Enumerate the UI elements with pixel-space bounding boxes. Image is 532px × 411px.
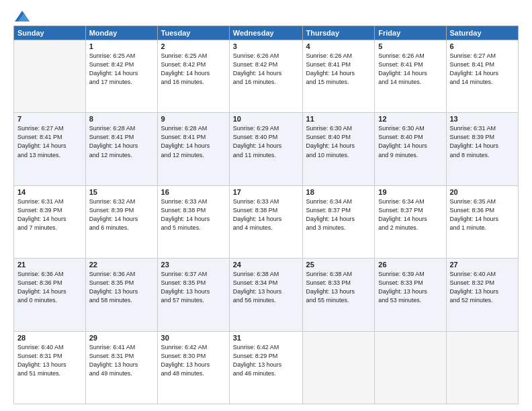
calendar-cell: 5Sunrise: 6:26 AM Sunset: 8:41 PM Daylig… [375, 40, 446, 113]
day-info: Sunrise: 6:38 AM Sunset: 8:33 PM Dayligh… [306, 270, 371, 305]
day-number: 14 [17, 188, 82, 196]
calendar-cell: 2Sunrise: 6:25 AM Sunset: 8:42 PM Daylig… [157, 40, 229, 113]
calendar-cell: 23Sunrise: 6:37 AM Sunset: 8:35 PM Dayli… [157, 259, 229, 331]
day-number: 25 [306, 261, 371, 269]
calendar-cell: 19Sunrise: 6:34 AM Sunset: 8:37 PM Dayli… [375, 185, 446, 258]
day-info: Sunrise: 6:31 AM Sunset: 8:39 PM Dayligh… [17, 197, 82, 232]
calendar-cell: 8Sunrise: 6:28 AM Sunset: 8:41 PM Daylig… [85, 113, 157, 185]
calendar-cell: 27Sunrise: 6:40 AM Sunset: 8:32 PM Dayli… [446, 259, 519, 331]
day-info: Sunrise: 6:34 AM Sunset: 8:37 PM Dayligh… [306, 197, 371, 232]
calendar-cell: 22Sunrise: 6:36 AM Sunset: 8:35 PM Dayli… [85, 259, 157, 331]
day-info: Sunrise: 6:38 AM Sunset: 8:34 PM Dayligh… [233, 270, 299, 305]
day-info: Sunrise: 6:39 AM Sunset: 8:33 PM Dayligh… [378, 270, 442, 305]
day-info: Sunrise: 6:35 AM Sunset: 8:36 PM Dayligh… [450, 197, 515, 232]
day-number: 7 [17, 115, 82, 123]
day-info: Sunrise: 6:26 AM Sunset: 8:41 PM Dayligh… [378, 52, 442, 87]
day-info: Sunrise: 6:42 AM Sunset: 8:30 PM Dayligh… [161, 343, 226, 378]
day-info: Sunrise: 6:33 AM Sunset: 8:38 PM Dayligh… [233, 197, 299, 232]
calendar-cell: 31Sunrise: 6:42 AM Sunset: 8:29 PM Dayli… [229, 331, 302, 404]
day-number: 15 [89, 188, 154, 196]
day-number: 23 [161, 261, 226, 269]
calendar-cell: 28Sunrise: 6:40 AM Sunset: 8:31 PM Dayli… [14, 331, 86, 404]
column-header-saturday: Saturday [446, 26, 519, 40]
day-number: 26 [378, 261, 442, 269]
day-info: Sunrise: 6:42 AM Sunset: 8:29 PM Dayligh… [233, 343, 299, 378]
day-info: Sunrise: 6:28 AM Sunset: 8:41 PM Dayligh… [161, 124, 226, 159]
day-number: 19 [378, 188, 442, 196]
day-number: 1 [89, 42, 154, 50]
calendar-cell: 20Sunrise: 6:35 AM Sunset: 8:36 PM Dayli… [446, 185, 519, 258]
day-number: 9 [161, 115, 226, 123]
calendar-cell: 3Sunrise: 6:26 AM Sunset: 8:42 PM Daylig… [229, 40, 302, 113]
column-header-friday: Friday [375, 26, 446, 40]
calendar-cell: 6Sunrise: 6:27 AM Sunset: 8:41 PM Daylig… [446, 40, 519, 113]
column-header-wednesday: Wednesday [229, 26, 302, 40]
calendar-cell: 21Sunrise: 6:36 AM Sunset: 8:36 PM Dayli… [14, 259, 86, 331]
calendar-cell: 7Sunrise: 6:27 AM Sunset: 8:41 PM Daylig… [14, 113, 86, 185]
calendar-week-row: 21Sunrise: 6:36 AM Sunset: 8:36 PM Dayli… [14, 259, 519, 331]
day-info: Sunrise: 6:29 AM Sunset: 8:40 PM Dayligh… [233, 124, 299, 159]
day-info: Sunrise: 6:40 AM Sunset: 8:32 PM Dayligh… [450, 270, 515, 305]
day-number: 5 [378, 42, 442, 50]
calendar-cell [14, 40, 86, 113]
day-number: 27 [450, 261, 515, 269]
calendar-cell [375, 331, 446, 404]
calendar-cell: 30Sunrise: 6:42 AM Sunset: 8:30 PM Dayli… [157, 331, 229, 404]
calendar-cell: 10Sunrise: 6:29 AM Sunset: 8:40 PM Dayli… [229, 113, 302, 185]
day-info: Sunrise: 6:30 AM Sunset: 8:40 PM Dayligh… [306, 124, 371, 159]
day-info: Sunrise: 6:33 AM Sunset: 8:38 PM Dayligh… [161, 197, 226, 232]
day-number: 13 [450, 115, 515, 123]
calendar-week-row: 7Sunrise: 6:27 AM Sunset: 8:41 PM Daylig… [14, 113, 519, 185]
day-number: 10 [233, 115, 299, 123]
calendar-cell: 24Sunrise: 6:38 AM Sunset: 8:34 PM Dayli… [229, 259, 302, 331]
day-info: Sunrise: 6:25 AM Sunset: 8:42 PM Dayligh… [89, 52, 154, 87]
day-number: 28 [17, 334, 82, 342]
day-info: Sunrise: 6:26 AM Sunset: 8:41 PM Dayligh… [306, 52, 371, 87]
calendar-cell: 17Sunrise: 6:33 AM Sunset: 8:38 PM Dayli… [229, 185, 302, 258]
calendar-cell: 26Sunrise: 6:39 AM Sunset: 8:33 PM Dayli… [375, 259, 446, 331]
day-number: 12 [378, 115, 442, 123]
day-info: Sunrise: 6:25 AM Sunset: 8:42 PM Dayligh… [161, 52, 226, 87]
calendar-cell: 9Sunrise: 6:28 AM Sunset: 8:41 PM Daylig… [157, 113, 229, 185]
day-number: 31 [233, 334, 299, 342]
calendar-cell: 25Sunrise: 6:38 AM Sunset: 8:33 PM Dayli… [302, 259, 375, 331]
calendar-cell: 12Sunrise: 6:30 AM Sunset: 8:40 PM Dayli… [375, 113, 446, 185]
day-info: Sunrise: 6:36 AM Sunset: 8:35 PM Dayligh… [89, 270, 154, 305]
calendar-cell: 15Sunrise: 6:32 AM Sunset: 8:39 PM Dayli… [85, 185, 157, 258]
calendar-cell: 13Sunrise: 6:31 AM Sunset: 8:39 PM Dayli… [446, 113, 519, 185]
day-number: 24 [233, 261, 299, 269]
day-info: Sunrise: 6:41 AM Sunset: 8:31 PM Dayligh… [89, 343, 154, 378]
day-number: 29 [89, 334, 154, 342]
day-number: 11 [306, 115, 371, 123]
calendar-cell: 16Sunrise: 6:33 AM Sunset: 8:38 PM Dayli… [157, 185, 229, 258]
calendar-cell: 18Sunrise: 6:34 AM Sunset: 8:37 PM Dayli… [302, 185, 375, 258]
day-info: Sunrise: 6:27 AM Sunset: 8:41 PM Dayligh… [17, 124, 82, 159]
calendar-cell [446, 331, 519, 404]
day-number: 4 [306, 42, 371, 50]
day-info: Sunrise: 6:37 AM Sunset: 8:35 PM Dayligh… [161, 270, 226, 305]
day-info: Sunrise: 6:30 AM Sunset: 8:40 PM Dayligh… [378, 124, 442, 159]
day-number: 17 [233, 188, 299, 196]
calendar-cell [302, 331, 375, 404]
calendar-header-row: SundayMondayTuesdayWednesdayThursdayFrid… [14, 26, 519, 40]
day-number: 8 [89, 115, 154, 123]
day-info: Sunrise: 6:34 AM Sunset: 8:37 PM Dayligh… [378, 197, 442, 232]
column-header-monday: Monday [85, 26, 157, 40]
day-number: 18 [306, 188, 371, 196]
calendar-table: SundayMondayTuesdayWednesdayThursdayFrid… [13, 26, 519, 404]
day-info: Sunrise: 6:32 AM Sunset: 8:39 PM Dayligh… [89, 197, 154, 232]
header [13, 11, 519, 21]
day-number: 2 [161, 42, 226, 50]
day-info: Sunrise: 6:28 AM Sunset: 8:41 PM Dayligh… [89, 124, 154, 159]
calendar-cell: 1Sunrise: 6:25 AM Sunset: 8:42 PM Daylig… [85, 40, 157, 113]
day-info: Sunrise: 6:26 AM Sunset: 8:42 PM Dayligh… [233, 52, 299, 87]
calendar-week-row: 28Sunrise: 6:40 AM Sunset: 8:31 PM Dayli… [14, 331, 519, 404]
day-info: Sunrise: 6:31 AM Sunset: 8:39 PM Dayligh… [450, 124, 515, 159]
calendar-week-row: 1Sunrise: 6:25 AM Sunset: 8:42 PM Daylig… [14, 40, 519, 113]
day-info: Sunrise: 6:36 AM Sunset: 8:36 PM Dayligh… [17, 270, 82, 305]
day-number: 30 [161, 334, 226, 342]
calendar-week-row: 14Sunrise: 6:31 AM Sunset: 8:39 PM Dayli… [14, 185, 519, 258]
day-number: 6 [450, 42, 515, 50]
calendar-cell: 14Sunrise: 6:31 AM Sunset: 8:39 PM Dayli… [14, 185, 86, 258]
column-header-thursday: Thursday [302, 26, 375, 40]
